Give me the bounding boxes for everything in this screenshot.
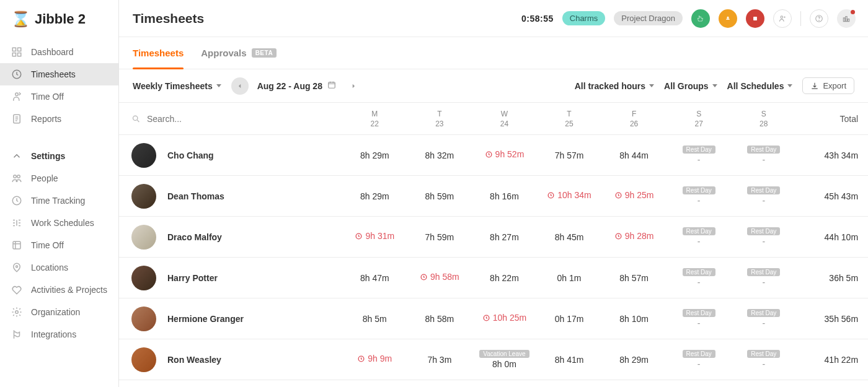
day-header: S28 [731,110,796,128]
prev-week-button[interactable] [231,77,249,95]
time-cell-overtime: 9h 52m [472,149,537,161]
time-cell: 8h 16m [472,191,537,202]
sidebar-item-time-off[interactable]: Time Off [0,85,118,108]
day-header: M22 [342,110,407,128]
sidebar-item-time-tracking[interactable]: Time Tracking [0,189,118,212]
sidebar-item-organization[interactable]: Organization [0,301,118,323]
view-dropdown[interactable]: Weekly Timesheets [133,81,221,91]
rest-day-cell: Rest Day- [666,268,732,287]
time-cell: 8h 29m [342,150,407,161]
reports-icon [11,113,22,124]
table-row[interactable]: Hermione Granger8h 5m8h 58m 10h 25m0h 17… [119,298,868,339]
current-activity-pill[interactable]: Charms [562,11,606,25]
svg-point-19 [133,116,137,120]
time-cell: 8h 29m [342,191,407,202]
avatar [131,266,156,290]
total-cell: 45h 43m [796,191,858,201]
svg-point-7 [14,175,17,178]
time-cell: 8h 27m [472,232,537,243]
notifications-button[interactable] [837,9,856,28]
next-week-button[interactable] [345,77,362,95]
svg-point-8 [17,175,20,178]
tab-approvals[interactable]: Approvals BETA [201,37,277,69]
activities-projects-icon [11,284,22,295]
time-cell: 8h 44m [601,150,666,161]
beta-badge: BETA [252,48,277,58]
pause-button[interactable] [719,9,737,28]
time-cell: 8h 59m [407,191,472,202]
svg-point-17 [819,20,820,20]
table-row[interactable]: Draco Malfoy 9h 31m7h 59m8h 27m8h 45m 9h… [119,217,868,258]
time-cell: 0h 1m [537,272,602,284]
filter-bar: Weekly Timesheets Aug 22 - Aug 28 All tr… [119,69,868,103]
sidebar-item-settings[interactable]: Settings [0,145,118,167]
integrations-icon [11,329,22,340]
add-user-button[interactable] [773,9,792,28]
time-cell: 8h 29m [601,354,666,365]
day-header: T25 [537,110,602,128]
tabs-bar: Timesheets Approvals BETA [119,37,868,69]
time-off-icon [11,240,22,251]
dashboard-icon [11,46,22,58]
table-row[interactable]: Cho Chang8h 29m8h 32m 9h 52m7h 57m8h 44m… [119,135,868,176]
table-row[interactable]: Harry Potter8h 47m 9h 58m8h 22m0h 1m8h 5… [119,258,868,298]
avatar [131,143,156,168]
day-header: W24 [472,110,537,128]
current-project-pill[interactable]: Project Dragon [614,11,683,25]
rest-day-cell: Rest Day- [666,309,732,328]
person-cell: Harry Potter [131,266,342,290]
play-button[interactable] [691,9,710,28]
sidebar-item-activities-projects[interactable]: Activities & Projects [0,279,118,301]
time-cell: 8h 5m [342,313,407,324]
chevron-down-icon [649,84,654,87]
time-cell: 7h 59m [407,232,472,243]
svg-point-15 [781,15,783,18]
rest-day-cell: Rest Day- [666,227,732,246]
person-name: Ron Weasley [167,355,221,365]
rest-day-cell: Rest Day- [666,350,732,369]
sidebar-item-locations[interactable]: Locations [0,256,118,279]
table-row[interactable]: Dean Thomas8h 29m8h 59m8h 16m 10h 34m 9h… [119,176,868,217]
day-header: F26 [601,110,666,128]
hours-filter-dropdown[interactable]: All tracked hours [575,81,654,91]
export-button[interactable]: Export [802,77,854,94]
sidebar-item-reports[interactable]: Reports [0,108,118,130]
page-title: Timesheets [133,11,204,26]
table-row[interactable]: Ron Weasley 9h 9m7h 3mVacation Leave8h 0… [119,339,868,380]
search-icon [131,114,141,124]
person-name: Draco Malfoy [167,232,222,242]
date-range-picker[interactable]: Aug 22 - Aug 28 [257,80,336,91]
timesheets-icon [11,69,22,80]
svg-rect-18 [329,82,335,88]
groups-filter-dropdown[interactable]: All Groups [664,81,717,91]
svg-point-12 [16,311,19,314]
locations-icon [11,262,22,273]
time-cell: 8h 57m [601,272,666,284]
rest-day-cell: Rest Day- [731,146,796,165]
sidebar-item-time-off[interactable]: Time Off [0,234,118,256]
tab-timesheets[interactable]: Timesheets [133,37,184,69]
sidebar-item-work-schedules[interactable]: Work Schedules [0,212,118,234]
sidebar-item-dashboard[interactable]: Dashboard [0,41,118,63]
svg-rect-14 [753,17,757,20]
time-cell-overtime: 9h 9m [342,354,407,365]
search-input[interactable] [146,113,342,124]
work-schedules-icon [11,217,22,228]
avatar [131,307,156,331]
sidebar-item-integrations[interactable]: Integrations [0,323,118,346]
settings-icon [11,150,22,162]
time-cell-overtime: 9h 28m [601,231,666,243]
day-header: S27 [666,110,732,128]
brand-logo[interactable]: ⌛ Jibble 2 [0,9,118,37]
sidebar-item-label: Time Off [31,92,64,102]
schedules-filter-dropdown[interactable]: All Schedules [727,81,793,91]
download-icon [810,82,819,90]
stop-button[interactable] [746,9,764,28]
sidebar-item-timesheets[interactable]: Timesheets [0,63,118,85]
avatar [131,184,156,209]
help-button[interactable] [810,9,828,28]
person-cell: Hermione Granger [131,307,342,331]
calendar-icon [327,80,336,91]
sidebar-item-people[interactable]: People [0,167,118,189]
time-cell: 8h 58m [407,313,472,324]
